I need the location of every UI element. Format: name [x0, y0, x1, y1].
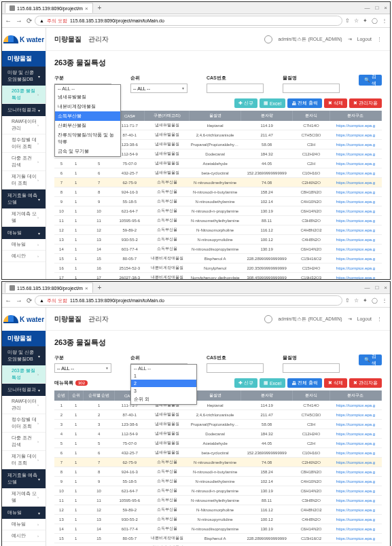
extensions-icon[interactable]: ✦ — [363, 297, 368, 304]
star-icon[interactable]: ☆ — [354, 18, 359, 24]
close-window-icon[interactable]: × — [384, 285, 387, 291]
table-row[interactable]: 1111110595-95-6소독부산물N-nitrosomethylethyl… — [54, 216, 382, 225]
dropdown-option[interactable]: 소독부산물 — [55, 111, 120, 121]
reload-icon[interactable]: ⟳ — [26, 297, 32, 304]
minimize-icon[interactable]: — — [364, 285, 370, 291]
gubun-dropdown[interactable]: -- ALL --냄새유발물질내분비계장애물질소독부산물산화부산물질잔류의약물질… — [54, 84, 121, 157]
table-row[interactable]: 414112-54-9냄새유발물질Dodecanal184.32C12H24Oh… — [54, 429, 382, 439]
dropdown-option[interactable]: 3 — [131, 387, 196, 395]
search-button[interactable]: 🔍검색 — [359, 354, 382, 365]
profile-icon[interactable]: ◯ — [372, 297, 378, 304]
table-row[interactable]: 21287-40-1냄새유발물질2,4,6-trichloroanisole21… — [54, 410, 382, 420]
share-icon[interactable]: ⇧ — [345, 18, 350, 24]
nav-section[interactable]: 모니터링결과▾ — [2, 104, 46, 116]
sunwi-select[interactable]: -- ALL --▼ — [130, 84, 188, 93]
dropdown-option[interactable]: 잔류의약물질/의약품 및 농약류 — [55, 130, 120, 147]
table-row[interactable]: 1511580-05-7내분비계장애물질Bisphenol A228.28999… — [54, 254, 382, 263]
table-row[interactable]: 818924-16-3소독부산물N-nitrosodi-n-butylamine… — [54, 187, 382, 197]
reload-icon[interactable]: ⟳ — [26, 17, 32, 24]
dropdown-option[interactable]: 2 — [131, 380, 196, 387]
url-field[interactable]: ▲ 주의 요함 115.68.185.139:8090/project/main… — [35, 295, 342, 306]
nav-item[interactable]: 정수장별 데이터 조회› — [2, 414, 46, 433]
menu-icon[interactable]: ⋮ — [382, 297, 387, 304]
maximize-icon[interactable]: □ — [375, 285, 378, 291]
excel-button[interactable]: ▦ Excel — [260, 378, 285, 388]
minimize-icon[interactable]: — — [364, 5, 370, 11]
dropdown-option[interactable]: 1 — [131, 372, 196, 380]
mulname-input[interactable] — [283, 363, 340, 373]
close-window-icon[interactable]: × — [384, 5, 387, 11]
mulname-input[interactable] — [283, 84, 340, 93]
printall-button[interactable]: 🖶 전체 출력 — [287, 98, 322, 108]
gubun-select[interactable]: -- ALL --▼ — [54, 363, 111, 373]
browser-tab[interactable]: 115.68.185.139:8090/project/m × — [5, 3, 93, 13]
sunwi-dropdown[interactable]: -- ALL --123순위 외 — [130, 364, 197, 405]
new-tab-button[interactable]: + — [96, 4, 104, 12]
table-row[interactable]: 616432-25-7냄새유발물질beta-cyclocitral152.236… — [54, 168, 382, 178]
dropdown-option[interactable]: 금속 및 무기물 — [55, 147, 120, 156]
nav-item[interactable]: 제거율 데이터 조회› — [2, 171, 46, 189]
new-tab-button[interactable]: + — [96, 284, 104, 291]
maximize-icon[interactable]: □ — [375, 5, 378, 11]
nav-section[interactable]: 제거효율 예측모델▾ — [2, 189, 46, 208]
close-icon[interactable]: × — [85, 285, 88, 291]
nav-item[interactable]: 다중 조건 검색› — [2, 153, 46, 171]
nav-section[interactable]: 제거효율 예측모델▾ — [2, 469, 46, 488]
search-button[interactable]: 🔍검색 — [359, 75, 382, 86]
table-row[interactable]: 13113930-55-2소독부산물N-nitrosopyrrolidine10… — [54, 515, 382, 524]
dropdown-option[interactable]: 냄새유발물질 — [55, 92, 120, 102]
table-row[interactable]: 13113930-55-2소독부산물N-nitrosopyrrolidine10… — [54, 235, 382, 244]
table-row[interactable]: 1611625154-52-3내분비계장애물질Nonylphenol220.35… — [54, 543, 382, 547]
menu-icon[interactable]: ⋮ — [382, 18, 387, 24]
browser-tab[interactable]: 115.68.185.139:8090/project/m × — [5, 283, 93, 293]
table-row[interactable]: 14114601-77-4소독부산물N-nitrosodiisopropylam… — [54, 524, 382, 534]
nav-item[interactable]: 예시안› — [2, 251, 46, 262]
nav-item[interactable]: RAW데이터 관리› — [2, 116, 46, 134]
table-row[interactable]: 111111-71-7냄새유발물질Heptanal114.19C7H14Ohtt… — [54, 401, 382, 410]
nav-section[interactable]: 미량 및 신종오염물질DB▾ — [2, 346, 46, 365]
add-button[interactable]: ✚ 신규 — [234, 98, 257, 108]
table-row[interactable]: 71762-75-9소독부산물N-nitrosodimethylamine74.… — [54, 458, 382, 467]
table-row[interactable]: 1111110595-95-6소독부산물N-nitrosomethylethyl… — [54, 496, 382, 505]
admin-button[interactable]: ✖ 관리자용 — [349, 98, 382, 108]
nav-item[interactable]: 정수장별 데이터 조회› — [2, 134, 46, 153]
logout-link[interactable]: Logout — [357, 37, 372, 41]
printall-button[interactable]: 🖶 전체 출력 — [287, 378, 322, 388]
dropdown-option[interactable]: -- ALL -- — [131, 365, 196, 372]
add-button[interactable]: ✚ 신규 — [234, 378, 257, 388]
table-row[interactable]: 91955-18-5소독부산물N-nitrosodiethylamine102.… — [54, 477, 382, 486]
dropdown-option[interactable]: 순위 외 — [131, 395, 196, 404]
table-row[interactable]: 313123-38-6냄새유발물질Propanal(Propionaldehyd… — [54, 420, 382, 429]
nav-item[interactable]: 제거예측 모델› — [2, 208, 46, 227]
table-row[interactable]: 1711726027-38-3내분비계장애물질Nonylphenoxy diet… — [54, 273, 382, 280]
back-icon[interactable]: ← — [5, 17, 12, 24]
table-row[interactable]: 1611625154-52-3내분비계장애물질Nonylphenol220.35… — [54, 263, 382, 273]
nav-section[interactable]: 매뉴얼▾ — [2, 227, 46, 239]
table-row[interactable]: 10110621-64-7소독부산물N-nitrosodi-n-propylam… — [54, 206, 382, 216]
logout-icon[interactable]: ⇥ — [348, 316, 352, 322]
kebab-icon[interactable]: ⋮ — [377, 37, 382, 42]
nav-item[interactable]: RAW데이터 관리› — [2, 396, 46, 414]
table-row[interactable]: 14114601-77-4소독부산물N-nitrosodiisopropylam… — [54, 244, 382, 254]
nav-section[interactable]: 매뉴얼▾ — [2, 507, 46, 519]
extensions-icon[interactable]: ✦ — [363, 18, 368, 24]
table-row[interactable]: 71762-75-9소독부산물N-nitrosodimethylamine74.… — [54, 178, 382, 187]
nav-item[interactable]: 매뉴얼› — [2, 239, 46, 251]
delete-button[interactable]: ✖ 삭제 — [324, 378, 347, 388]
close-icon[interactable]: × — [85, 5, 88, 12]
share-icon[interactable]: ⇧ — [345, 297, 350, 304]
table-row[interactable]: 91955-18-5소독부산물N-nitrosodiethylamine102.… — [54, 197, 382, 206]
star-icon[interactable]: ☆ — [354, 297, 359, 304]
nav-item[interactable]: 예시안› — [2, 530, 46, 542]
forward-icon[interactable]: → — [16, 17, 22, 24]
back-icon[interactable]: ← — [5, 297, 12, 304]
profile-icon[interactable]: ◯ — [372, 18, 378, 24]
table-row[interactable]: 1211259-89-2소독부산물N-Nitrosomorpholine116.… — [54, 225, 382, 235]
table-row[interactable]: 10110621-64-7소독부산물N-nitrosodi-n-propylam… — [54, 486, 382, 496]
dropdown-option[interactable]: 산화부산물질 — [55, 121, 120, 130]
table-row[interactable]: 818924-16-3소독부산물N-nitrosodi-n-butylamine… — [54, 467, 382, 477]
dropdown-option[interactable]: -- ALL -- — [55, 85, 120, 92]
table-row[interactable]: 1211259-89-2소독부산물N-Nitrosomorpholine116.… — [54, 505, 382, 515]
table-row[interactable]: 51575-07-0냄새유발물질Acetaldehyde44.05C2Hhttp… — [54, 439, 382, 448]
nav-section[interactable]: 미량 및 신종오염물질DB▾ — [2, 67, 46, 86]
